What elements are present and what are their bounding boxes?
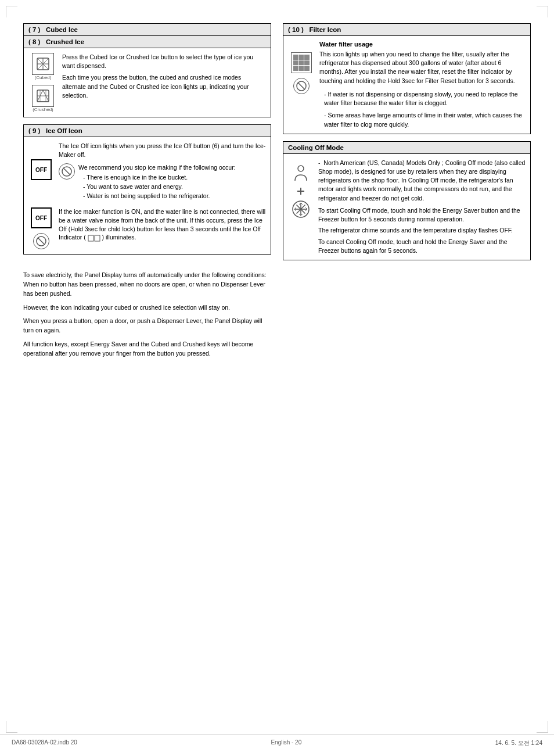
off-icon-1: OFF — [31, 159, 52, 180]
snowflake-svg — [291, 199, 311, 219]
footer: DA68-03028A-02.indb 20 English - 20 14. … — [0, 734, 554, 747]
filter-subtitle: Water filter usage — [319, 41, 526, 48]
ice-off-note1-wrap: We recommend you stop ice making if the … — [59, 163, 266, 200]
footer-right: 14. 6. 5. 오전 1:24 — [495, 739, 542, 747]
plus-icon — [296, 187, 305, 197]
ice-off-main-row: OFF The Ice Off icon lights when you pre… — [28, 142, 266, 203]
cubed-icon-label: (Cubed) — [35, 75, 52, 80]
off-label-1: OFF — [35, 167, 47, 173]
ice-off-main-text: The Ice Off icon lights when you press t… — [59, 142, 266, 159]
note-svg-1 — [62, 166, 72, 177]
crushed-icon-group: (Crushed) — [32, 85, 54, 112]
filter-note-svg — [296, 81, 307, 91]
ice-off-icons: OFF — [28, 142, 54, 203]
ice-off-note1-text: We recommend you stop ice making if the … — [78, 163, 236, 200]
filter-note-2: - Some areas have large amounts of lime … — [324, 111, 526, 128]
section-9: ( 9 ) Ice Off Icon OFF — [23, 124, 271, 255]
filter-icon-wrap — [291, 52, 312, 73]
cooling-section: Cooling Off Mode — [283, 141, 531, 260]
section-78-body: (Cubed) — [24, 48, 271, 117]
crushed-ice-svg — [35, 88, 51, 104]
note-svg-2 — [36, 236, 46, 246]
section-7-number: ( 7 ) — [28, 26, 40, 33]
svg-line-13 — [38, 238, 45, 245]
filter-note-1: - If water is not dispensing or dispensi… — [324, 90, 526, 108]
section-78-text: Press the Cubed Ice or Crushed Ice butto… — [62, 53, 266, 112]
right-column: ( 10 ) Filter Icon — [283, 23, 531, 363]
cooling-header: Cooling Off Mode — [283, 142, 530, 154]
grid-cell-5 — [299, 60, 304, 66]
off-label-2: OFF — [35, 215, 47, 221]
cubed-ice-svg — [35, 56, 51, 72]
bullet-item-1: There is enough ice in the ice bucket. — [83, 173, 236, 182]
section-7-header: ( 7 ) Cubed Ice — [24, 24, 271, 36]
page: ( 7 ) Cubed Ice ( 8 ) Crushed Ice — [0, 0, 554, 756]
svg-rect-14 — [88, 235, 93, 241]
section-10: ( 10 ) Filter Icon — [283, 23, 531, 134]
ice-off-note2-text: If the ice maker function is ON, and the… — [59, 207, 266, 242]
section-10-header: ( 10 ) Filter Icon — [283, 24, 530, 36]
grid-cell-9 — [304, 66, 310, 71]
section-9-header: ( 9 ) Ice Off Icon — [24, 125, 271, 137]
svg-rect-15 — [95, 235, 100, 241]
grid-cell-2 — [299, 55, 304, 60]
section-10-title: Filter Icon — [309, 26, 341, 33]
cooling-body: - North American (US, Canada) Models Onl… — [283, 154, 530, 260]
bottom-text-3: When you press a button, open a door, or… — [23, 317, 271, 335]
bullet-item-2: You want to save water and energy. — [83, 182, 236, 192]
ice-off-icon2-col: OFF — [28, 207, 54, 249]
section-9-body: OFF The Ice Off icon lights when you pre… — [24, 137, 271, 254]
bullet-item-3: Water is not being supplied to the refri… — [83, 192, 236, 201]
grid-cell-1 — [293, 55, 298, 60]
ice-off-note1-row: We recommend you stop ice making if the … — [59, 163, 266, 200]
person-svg — [291, 163, 311, 183]
ice-off-note2-row: OFF If the ice maker function is ON, and… — [28, 207, 266, 249]
note-icon-1 — [59, 163, 75, 180]
section-7-8: ( 7 ) Cubed Ice ( 8 ) Crushed Ice — [23, 23, 271, 117]
cooling-start-text: To start Cooling Off mode, touch and hol… — [318, 206, 526, 224]
filter-main-text: This icon lights up when you need to cha… — [319, 50, 526, 85]
grid-cell-3 — [304, 55, 310, 60]
bottom-text-block: To save electricity, the Panel Display t… — [23, 271, 271, 363]
snowflake-icon — [291, 199, 311, 220]
bottom-text-4: All function keys, except Energy Saver a… — [23, 340, 271, 359]
cubed-icon-group: (Cubed) — [32, 53, 54, 80]
filter-text-col: Water filter usage This icon lights up w… — [319, 41, 526, 129]
cooling-text: - North American (US, Canada) Models Onl… — [318, 159, 526, 255]
section-9-number: ( 9 ) — [28, 127, 40, 134]
svg-line-11 — [63, 168, 70, 175]
cubed-ice-icon — [32, 53, 54, 75]
crushed-icon-label: (Crushed) — [33, 107, 53, 112]
section-10-body: Water filter usage This icon lights up w… — [283, 36, 530, 134]
grid-cell-4 — [293, 60, 298, 66]
ice-icons-col: (Cubed) — [28, 53, 57, 112]
footer-left: DA68-03028A-02.indb 20 — [12, 739, 77, 747]
indicator-icon — [88, 235, 100, 242]
main-content: ( 7 ) Cubed Ice ( 8 ) Crushed Ice — [23, 23, 531, 363]
ice-off-text-block: The Ice Off icon lights when you press t… — [59, 142, 266, 203]
page-number: English - 20 — [271, 739, 301, 747]
grid-cell-6 — [304, 60, 310, 66]
section-10-number: ( 10 ) — [288, 26, 304, 33]
grid-cell-7 — [293, 66, 298, 71]
off-icon-1-wrap: OFF — [31, 159, 52, 180]
crushed-ice-icon — [32, 85, 54, 107]
note-icon-2 — [33, 233, 49, 249]
filter-grid-icon — [291, 52, 312, 73]
section-8-header: ( 8 ) Crushed Ice — [24, 36, 271, 48]
grid-cell-8 — [299, 66, 304, 71]
section-7-title: Cubed Ice — [46, 26, 78, 33]
svg-line-17 — [298, 83, 305, 89]
plus-svg — [296, 187, 305, 196]
bottom-text-1: To save electricity, the Panel Display t… — [23, 271, 271, 298]
ice-off-bullet-list: There is enough ice in the ice bucket. Y… — [83, 173, 236, 200]
section-8-number: ( 8 ) — [28, 38, 40, 45]
svg-point-18 — [298, 166, 304, 171]
cooling-cancel-text: To cancel Cooling Off mode, touch and ho… — [318, 238, 526, 255]
cooling-chime-text: The refrigerator chime sounds and the te… — [318, 226, 526, 235]
cooling-body-text: - North American (US, Canada) Models Onl… — [318, 159, 526, 203]
bottom-text-2: However, the icon indicating your cubed … — [23, 303, 271, 313]
cooling-icons-col — [288, 159, 314, 255]
off-icon-2: OFF — [31, 207, 52, 228]
person-icon — [291, 163, 311, 184]
